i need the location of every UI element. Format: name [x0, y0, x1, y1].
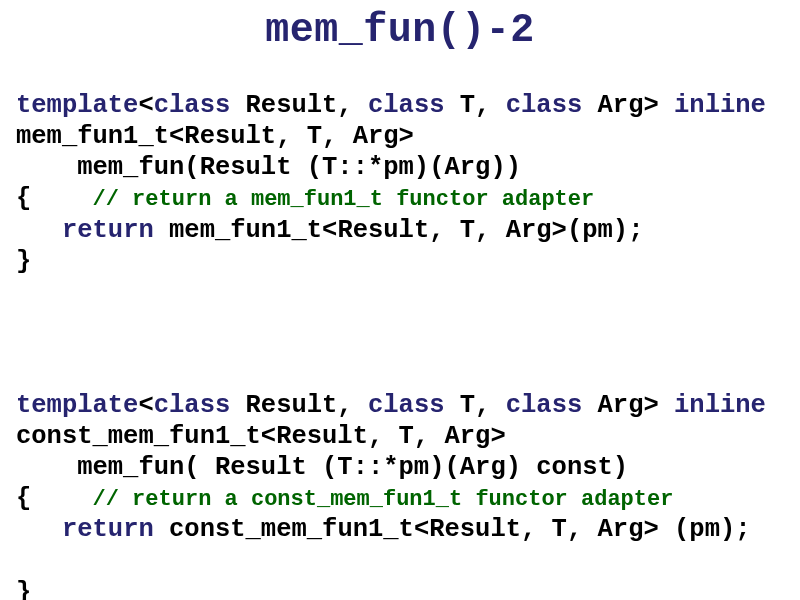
indent: [16, 515, 62, 544]
code-block-1: template<class Result, class T, class Ar…: [16, 59, 784, 600]
kw-class: class: [506, 91, 583, 120]
kw-inline: inline: [674, 91, 766, 120]
kw-inline: inline: [674, 391, 766, 420]
text: <: [138, 391, 153, 420]
blank-line: [16, 333, 784, 359]
text: T,: [445, 391, 506, 420]
text: const_mem_fun1_t<Result, T, Arg> (pm);: [154, 515, 751, 544]
text: Arg>: [582, 391, 674, 420]
text: T,: [445, 91, 506, 120]
text: Result,: [230, 91, 368, 120]
kw-return: return: [62, 216, 154, 245]
kw-template: template: [16, 91, 138, 120]
brace-close: }: [16, 247, 31, 276]
slide: mem_fun()-2 template<class Result, class…: [0, 0, 800, 600]
text: Result,: [230, 391, 368, 420]
code-line: mem_fun( Result (T::*pm)(Arg) const): [16, 453, 628, 482]
kw-class: class: [154, 91, 231, 120]
text: Arg>: [582, 91, 674, 120]
text: <: [138, 91, 153, 120]
blank-line: [16, 277, 784, 303]
brace-open: {: [16, 184, 93, 213]
brace-close: }: [16, 578, 31, 600]
kw-return: return: [62, 515, 154, 544]
kw-template: template: [16, 391, 138, 420]
code-line: const_mem_fun1_t<Result, T, Arg>: [16, 422, 506, 451]
kw-class: class: [368, 391, 445, 420]
text: mem_fun1_t<Result, T, Arg>(pm);: [154, 216, 644, 245]
indent: [16, 216, 62, 245]
comment: // return a mem_fun1_t functor adapter: [93, 187, 595, 212]
code-line: mem_fun1_t<Result, T, Arg>: [16, 122, 414, 151]
kw-class: class: [506, 391, 583, 420]
code-line: mem_fun(Result (T::*pm)(Arg)): [16, 153, 521, 182]
comment: // return a const_mem_fun1_t functor ada…: [93, 487, 674, 512]
kw-class: class: [154, 391, 231, 420]
kw-class: class: [368, 91, 445, 120]
brace-open: {: [16, 484, 93, 513]
slide-title: mem_fun()-2: [16, 8, 784, 53]
